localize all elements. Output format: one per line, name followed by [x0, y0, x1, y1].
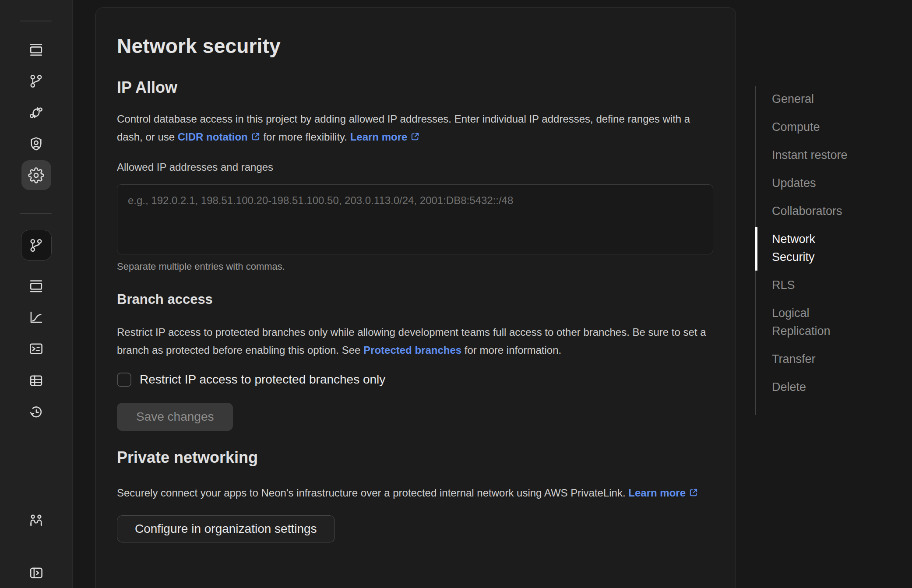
- tables-icon[interactable]: [26, 370, 47, 391]
- rail-divider: [0, 551, 73, 551]
- external-link-icon: [251, 129, 261, 138]
- private-networking-desc-text: Securely connect your apps to Neon's inf…: [117, 487, 628, 499]
- rail-divider: [20, 213, 52, 214]
- allowed-ip-input[interactable]: [117, 184, 713, 254]
- sql-editor-icon[interactable]: [26, 338, 47, 359]
- configure-org-settings-button[interactable]: Configure in organization settings: [117, 515, 335, 542]
- branches-icon[interactable]: [26, 70, 47, 92]
- ip-allow-learn-more-link[interactable]: Learn more: [350, 131, 420, 143]
- private-networking-heading: Private networking: [117, 448, 713, 467]
- nav-item-network-security[interactable]: Network Security: [772, 230, 853, 266]
- nav-item-delete[interactable]: Delete: [772, 378, 853, 396]
- projects-icon[interactable]: [26, 39, 47, 60]
- monitoring-icon[interactable]: [26, 306, 47, 327]
- nav-item-general[interactable]: General: [772, 90, 853, 108]
- ip-input-helper: Separate multiple entries with commas.: [117, 261, 713, 273]
- nav-item-rls[interactable]: RLS: [772, 276, 853, 294]
- external-link-icon: [410, 129, 420, 138]
- page-title: Network security: [117, 34, 713, 58]
- settings-panel: Network security IP Allow Control databa…: [95, 7, 736, 588]
- cidr-notation-link[interactable]: CIDR notation: [178, 131, 261, 143]
- collaborators-icon[interactable]: [26, 510, 47, 531]
- restrict-ip-checkbox-label: Restrict IP access to protected branches…: [140, 372, 385, 387]
- external-link-icon: [689, 485, 698, 494]
- nav-item-logical-replication[interactable]: Logical Replication: [772, 304, 853, 340]
- protected-branches-link[interactable]: Protected branches: [363, 344, 461, 356]
- nav-item-collaborators[interactable]: Collaborators: [772, 202, 853, 220]
- private-networking-description: Securely connect your apps to Neon's inf…: [117, 484, 713, 502]
- nav-item-transfer[interactable]: Transfer: [772, 350, 853, 368]
- left-icon-rail: [0, 0, 73, 588]
- roles-icon[interactable]: [26, 133, 47, 154]
- branch-switcher-icon[interactable]: [21, 230, 52, 261]
- restrict-ip-checkbox-row[interactable]: Restrict IP access to protected branches…: [117, 372, 713, 387]
- integrations-icon[interactable]: [26, 102, 47, 123]
- settings-gear-icon[interactable]: [21, 160, 51, 190]
- branch-access-description: Restrict IP access to protected branches…: [117, 323, 713, 359]
- settings-section-nav: General Compute Instant restore Updates …: [755, 86, 869, 396]
- nav-item-compute[interactable]: Compute: [772, 118, 853, 136]
- ip-allow-heading: IP Allow: [117, 78, 713, 97]
- nav-item-updates[interactable]: Updates: [772, 174, 853, 192]
- restore-history-icon[interactable]: [26, 401, 47, 423]
- collapse-sidebar-icon[interactable]: [26, 562, 47, 583]
- ip-allow-description: Control database access in this project …: [117, 110, 713, 146]
- save-changes-button[interactable]: Save changes: [117, 403, 233, 431]
- branch-access-heading: Branch access: [117, 291, 713, 308]
- branch-access-desc-text: for more information.: [461, 344, 561, 356]
- rail-divider: [20, 21, 52, 21]
- nav-item-instant-restore[interactable]: Instant restore: [772, 146, 853, 164]
- restrict-ip-checkbox[interactable]: [117, 373, 131, 387]
- ip-allow-desc-text: for more flexibility.: [261, 131, 350, 143]
- allowed-ip-label: Allowed IP addresses and ranges: [117, 161, 713, 174]
- dashboard-icon[interactable]: [26, 275, 47, 296]
- private-networking-learn-more-link[interactable]: Learn more: [628, 487, 698, 499]
